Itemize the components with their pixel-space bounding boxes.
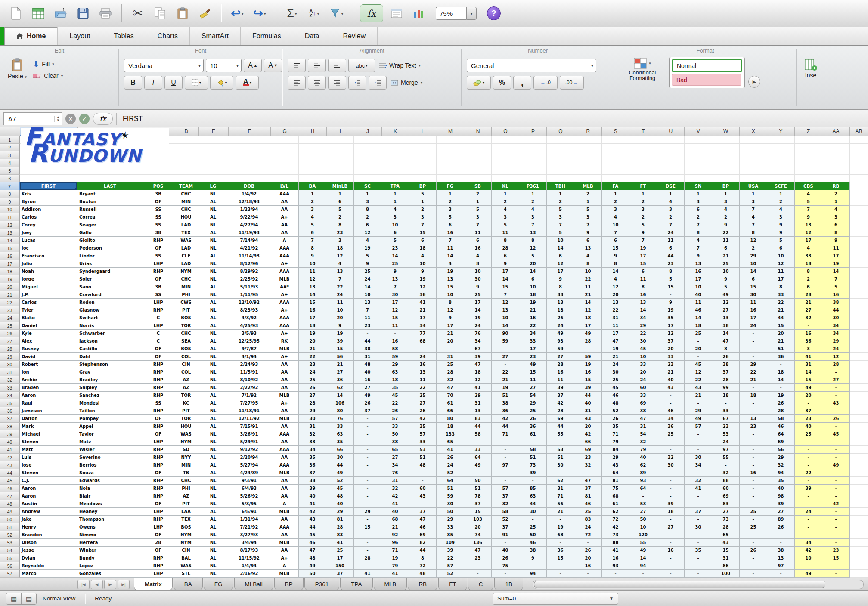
cell[interactable]: 13 (464, 407, 492, 415)
cell[interactable] (437, 152, 464, 159)
cell[interactable] (574, 167, 602, 175)
cell[interactable]: - (822, 516, 850, 523)
cell[interactable]: 21 (602, 353, 629, 361)
column-header-E[interactable]: E (199, 127, 229, 136)
cell[interactable]: OF (143, 345, 174, 353)
cell[interactable]: 13 (299, 283, 326, 291)
cell[interactable]: 12 (685, 368, 712, 376)
cell[interactable]: - (354, 531, 381, 539)
cell[interactable]: NL (198, 221, 228, 229)
cell[interactable]: 49 (795, 570, 822, 578)
cell[interactable] (198, 136, 228, 144)
cell[interactable] (685, 175, 712, 182)
cell[interactable]: 23 (740, 423, 767, 430)
cell[interactable]: 77 (409, 330, 437, 337)
cell[interactable]: SCFE (767, 182, 795, 190)
cell[interactable] (767, 136, 795, 144)
cell[interactable] (547, 175, 574, 182)
cell[interactable]: 23 (326, 229, 354, 237)
row-header-27[interactable]: 27 (0, 337, 20, 345)
cell[interactable]: 25 (712, 260, 740, 268)
clear-button[interactable]: Clear▾ (33, 72, 63, 79)
cell[interactable] (299, 175, 326, 182)
cell[interactable]: 47 (629, 415, 657, 423)
cell[interactable]: 45 (629, 345, 657, 353)
ribbon-tab-charts[interactable]: Charts (146, 27, 190, 45)
cell[interactable]: 39 (547, 384, 574, 392)
cell[interactable]: 40 (629, 454, 657, 461)
percent-button[interactable]: % (493, 76, 511, 90)
cell[interactable]: 49 (685, 415, 712, 423)
cell[interactable]: 12 (547, 260, 574, 268)
cell[interactable]: Corey (20, 221, 78, 229)
cell[interactable]: - (822, 423, 850, 430)
cell[interactable]: - (354, 547, 381, 554)
cell[interactable]: AL (198, 516, 228, 523)
cell[interactable]: Buxton (78, 198, 143, 206)
cell[interactable]: 28 (712, 523, 740, 531)
cell[interactable]: 32 (712, 469, 740, 477)
cell[interactable]: NL (198, 430, 228, 438)
cell[interactable]: RHP (143, 361, 174, 368)
cell[interactable]: 33 (519, 337, 547, 345)
cell[interactable]: 40 (657, 376, 685, 384)
cell[interactable]: RHP (143, 423, 174, 430)
cell[interactable]: 9 (685, 252, 712, 260)
cell[interactable]: 3/27/93 (228, 531, 270, 539)
cell[interactable]: 17 (574, 322, 602, 330)
cell[interactable]: LAD (174, 221, 198, 229)
cell[interactable]: 11 (492, 229, 519, 237)
cell[interactable]: - (519, 477, 547, 485)
cell[interactable]: 2 (685, 213, 712, 221)
cell[interactable]: 35 (299, 454, 326, 461)
cell[interactable]: AL (198, 314, 228, 322)
cell[interactable] (326, 167, 354, 175)
cell[interactable]: 4 (299, 213, 326, 221)
cell[interactable]: - (381, 330, 409, 337)
cell[interactable]: 20 (519, 260, 547, 268)
cell[interactable]: 37 (492, 492, 519, 500)
cell[interactable]: Nimmo (78, 531, 143, 539)
cell[interactable]: 4 (767, 206, 795, 213)
cell[interactable]: SEA (174, 337, 198, 345)
cell[interactable]: 18 (547, 306, 574, 314)
cell[interactable]: 35 (767, 477, 795, 485)
cell[interactable]: - (795, 461, 822, 469)
align-center-icon[interactable] (308, 76, 326, 90)
cell[interactable]: 10 (602, 221, 629, 229)
cell[interactable]: RHP (143, 392, 174, 399)
cell[interactable]: 3 (795, 345, 822, 353)
cell[interactable]: 30 (437, 500, 464, 508)
cell[interactable] (850, 291, 868, 299)
cell[interactable]: - (657, 531, 685, 539)
cell[interactable]: AA (270, 477, 299, 485)
cell[interactable]: 75 (492, 562, 519, 570)
cell[interactable]: 41 (685, 485, 712, 492)
cell[interactable]: - (547, 539, 574, 547)
row-header-33[interactable]: 33 (0, 384, 20, 392)
cell[interactable]: 33 (767, 291, 795, 299)
cell[interactable]: - (740, 500, 767, 508)
cell[interactable]: - (657, 516, 685, 523)
cell[interactable]: Edwards (78, 477, 143, 485)
cell[interactable]: - (519, 438, 547, 446)
cell[interactable]: BA (299, 182, 326, 190)
cell[interactable]: 59 (574, 353, 602, 361)
cell[interactable]: AAA (270, 461, 299, 469)
cell[interactable]: 7 (492, 291, 519, 299)
cell[interactable]: 8 (354, 206, 381, 213)
cell[interactable]: - (629, 570, 657, 578)
style-bad[interactable]: Bad (672, 74, 741, 86)
cell[interactable] (464, 136, 492, 144)
cell[interactable]: 2/22/92 (228, 384, 270, 392)
cell[interactable]: 16 (795, 330, 822, 337)
cell[interactable]: 10 (519, 283, 547, 291)
cell[interactable] (547, 159, 574, 167)
cell[interactable]: 11 (299, 268, 326, 275)
cell[interactable]: 17 (326, 554, 354, 562)
cell[interactable]: 37 (657, 337, 685, 345)
cell[interactable]: 61 (519, 430, 547, 438)
cell[interactable]: OF (143, 500, 174, 508)
cell[interactable]: 1 (381, 190, 409, 198)
cell[interactable]: 4 (381, 206, 409, 213)
